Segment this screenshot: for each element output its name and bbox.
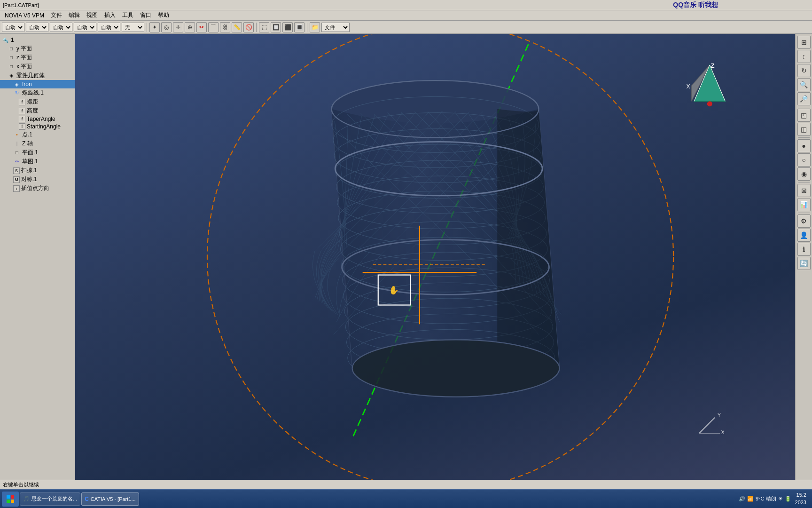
dropdown-auto1[interactable]: 自动 (2, 23, 24, 32)
curve-btn[interactable]: ⌒ (208, 22, 219, 32)
menu-insert[interactable]: 插入 (102, 11, 118, 20)
clock: 15:2 2023 (795, 492, 810, 506)
zoom-out-btn[interactable]: 🔎 (797, 92, 811, 105)
tree-item-geobody[interactable]: ◈ 零件几何体 (0, 71, 75, 80)
rotate-btn[interactable]: ↻ (797, 64, 811, 77)
axis-icon: | (13, 140, 21, 148)
menu-window[interactable]: 窗口 (137, 11, 154, 20)
tree-item-starting[interactable]: f StartingAngle (0, 123, 75, 130)
taskbar-item-music[interactable]: 🎵 思念一个荒废的名... (20, 492, 80, 506)
dropdown-auto5[interactable]: 自动 (98, 23, 120, 32)
tree-item-sketch1[interactable]: ✏ 草图.1 (0, 157, 75, 166)
chain-btn[interactable]: ⛓ (220, 22, 230, 32)
menu-vpm[interactable]: NOVIA V5 VPM (2, 12, 47, 19)
fit-all-btn[interactable]: ⊠ (797, 184, 811, 197)
svg-text:X: X (687, 83, 690, 90)
weather-label: 9°C 晴朗 (756, 495, 776, 502)
tree-item-root-label: 1 (11, 37, 14, 43)
menu-file[interactable]: 文件 (48, 11, 65, 20)
tree-item-interp[interactable]: i 插值点方向 (0, 184, 75, 193)
wireframe-btn[interactable]: ○ (797, 153, 811, 167)
menu-tools[interactable]: 工具 (119, 11, 136, 20)
cut-btn[interactable]: ✂ (196, 22, 207, 32)
tree-item-zaxis[interactable]: | Z 轴 (0, 139, 75, 148)
tree-item-root[interactable]: 🔩 1 (0, 36, 75, 44)
status-bar: 右键单击以继续 (0, 480, 812, 489)
rtb-sep4 (798, 213, 810, 213)
point-icon: • (13, 131, 21, 139)
tree-item-pitch[interactable]: f 螺距 (0, 97, 75, 106)
tree-item-sym1[interactable]: M 对称.1 (0, 175, 75, 184)
rtb-sep3 (798, 182, 810, 183)
refresh-btn[interactable]: 🔄 (797, 257, 811, 270)
layers-btn[interactable]: ⊞ (797, 36, 811, 49)
folder-btn[interactable]: 📁 (310, 22, 320, 32)
svg-rect-41 (11, 495, 14, 499)
tree-iron-label: Iron (22, 81, 32, 87)
view-btn3[interactable]: ⬛ (282, 22, 293, 32)
parallel-btn[interactable]: ◫ (797, 123, 811, 136)
tree-sweep1-label: 扫掠.1 (21, 167, 37, 175)
tree-item-helix[interactable]: ↻ 螺旋线.1 (0, 88, 75, 97)
tree-item-height[interactable]: f 高度 (0, 106, 75, 115)
rtb-sep2 (798, 137, 810, 138)
dropdown-auto2[interactable]: 自动 (26, 23, 48, 32)
3d-viewport[interactable]: ✋ Z X Y X (75, 34, 795, 480)
tree-item-point[interactable]: • 点.1 (0, 130, 75, 139)
svg-text:Y: Y (718, 412, 721, 418)
sweep-icon: S (13, 167, 20, 174)
tree-item-yplane[interactable]: □ y 平面 (0, 44, 75, 53)
tree-item-iron[interactable]: ◈ Iron (0, 80, 75, 88)
snap-btn[interactable]: ◎ (161, 22, 172, 32)
taskbar-item-catia[interactable]: C CATIA V5 - [Part1... (81, 492, 139, 506)
perspective-btn[interactable]: ◰ (797, 109, 811, 122)
plus-btn[interactable]: ⊕ (185, 22, 195, 32)
menu-view[interactable]: 视图 (84, 11, 101, 20)
dropdown-none[interactable]: 无 (122, 23, 144, 32)
sys-icon3[interactable]: ☀ (778, 496, 783, 502)
cross-btn[interactable]: ✛ (173, 22, 183, 32)
dropdown-file[interactable]: 文件 (321, 23, 350, 32)
move-btn[interactable]: ↕ (797, 50, 811, 63)
delete-btn[interactable]: 🚫 (243, 22, 254, 32)
dropdown-auto3[interactable]: 自动 (50, 23, 72, 32)
tree-xplane-label: x 平面 (16, 63, 32, 71)
status-text: 右键单击以继续 (3, 481, 39, 488)
svg-text:X: X (721, 429, 725, 435)
dropdown-auto4[interactable]: 自动 (74, 23, 96, 32)
analysis-btn[interactable]: 📊 (797, 198, 811, 211)
tree-item-taper[interactable]: f TaperAngle (0, 115, 75, 123)
feature-tree-panel: 🔩 1 □ y 平面 □ z 平面 □ x 平面 ◈ 零件几何体 ◈ Iron … (0, 34, 75, 480)
tree-starting-label: StartingAngle (27, 123, 61, 130)
tree-item-plane1[interactable]: □ 平面.1 (0, 148, 75, 157)
info-btn[interactable]: ℹ (797, 243, 811, 256)
user-btn[interactable]: 👤 (797, 229, 811, 242)
view-btn4[interactable]: 🔳 (294, 22, 304, 32)
tree-yplane-label: y 平面 (16, 45, 32, 53)
tree-geobody-label: 零件几何体 (16, 71, 45, 79)
shading-btn[interactable]: ● (797, 139, 811, 152)
view-btn2[interactable]: 🔲 (271, 22, 281, 32)
music-label: 思念一个荒废的名... (31, 495, 77, 502)
sys-icon1[interactable]: 🔊 (739, 496, 745, 502)
menu-help[interactable]: 帮助 (155, 11, 172, 20)
qq-music-label: QQ音乐 听我想 (673, 1, 718, 9)
settings-btn[interactable]: ⚙ (797, 214, 811, 228)
part-icon: 🔩 (2, 36, 9, 44)
sys-icon2[interactable]: 📶 (747, 496, 754, 502)
measure-btn[interactable]: 📏 (232, 22, 242, 32)
catia-icon: C (85, 496, 89, 502)
start-button[interactable] (2, 492, 19, 507)
menu-edit[interactable]: 编辑 (66, 11, 83, 20)
tree-sketch1-label: 草图.1 (22, 158, 38, 166)
select-tool-btn[interactable]: ✦ (149, 22, 160, 32)
tree-item-xplane[interactable]: □ x 平面 (0, 62, 75, 71)
zoom-in-btn[interactable]: 🔍 (797, 78, 811, 91)
right-toolbar: ⊞ ↕ ↻ 🔍 🔎 ◰ ◫ ● ○ ◉ ⊠ 📊 ⚙ 👤 ℹ 🔄 (795, 34, 812, 480)
view-btn1[interactable]: ⬚ (259, 22, 269, 32)
tree-item-zplane[interactable]: □ z 平面 (0, 53, 75, 62)
tree-height-label: 高度 (27, 107, 38, 115)
edges-btn[interactable]: ◉ (797, 167, 811, 181)
svg-point-21 (352, 340, 560, 397)
tree-item-sweep1[interactable]: S 扫掠.1 (0, 166, 75, 175)
